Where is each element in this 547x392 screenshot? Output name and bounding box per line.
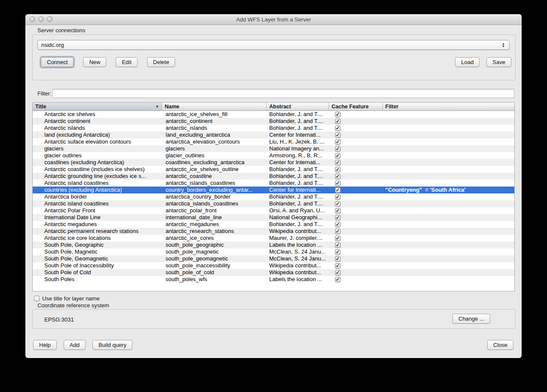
cell-name: south_pole_geomagnetic [162, 255, 267, 262]
delete-button[interactable]: Delete [147, 57, 175, 67]
cache-feature-checkbox[interactable]: ✓ [335, 277, 341, 282]
save-button[interactable]: Save [486, 57, 511, 67]
cache-feature-checkbox[interactable]: ✓ [335, 126, 341, 131]
cell-abstract: Orsi, A. and Ryan, U... [267, 207, 329, 214]
table-row[interactable]: Antarctic island coastlinesantarctica_is… [33, 200, 514, 207]
cell-name: antarctic_ice_shelves_outline [162, 166, 267, 173]
table-row[interactable]: South Pole, Geomagneticsouth_pole_geomag… [33, 255, 514, 262]
cell-cache-feature: ✓ [329, 207, 383, 214]
column-header-filter[interactable]: Filter [383, 103, 514, 110]
crs-group-label: Coordinate reference system [37, 302, 109, 309]
cell-abstract: Bohlander, J. and T.... [267, 173, 329, 180]
cache-feature-checkbox[interactable]: ✓ [335, 256, 341, 262]
column-header-abstract[interactable]: Abstract [267, 103, 329, 110]
add-button[interactable]: Add [64, 340, 86, 350]
cell-title: countries (excluding Antarctica) [33, 187, 162, 193]
table-row[interactable]: South Pole of Inaccessibilitysouth_pole_… [33, 262, 514, 269]
table-row[interactable]: glaciersglaciersNational Imagery an...✓ [33, 145, 514, 152]
cache-feature-checkbox[interactable]: ✓ [335, 236, 341, 241]
title-bar[interactable]: Add WFS Layer from a Server [25, 14, 522, 25]
cache-feature-checkbox[interactable]: ✓ [335, 249, 341, 255]
cache-feature-checkbox[interactable]: ✓ [335, 201, 341, 207]
build-query-button[interactable]: Build query [92, 340, 132, 350]
cell-title: glaciers [33, 145, 162, 152]
cache-feature-checkbox[interactable]: ✓ [335, 229, 341, 234]
table-row[interactable]: Antarctic ice shelvesantarctic_ice_shelv… [33, 111, 514, 118]
connect-button[interactable]: Connect [41, 57, 74, 67]
column-header-cache-feature[interactable]: Cache Feature [329, 103, 383, 110]
table-row[interactable]: Antarctic grounding line (excludes ice s… [33, 173, 514, 180]
filter-input[interactable] [52, 89, 514, 98]
use-title-checkbox[interactable] [34, 296, 40, 301]
cache-feature-checkbox[interactable]: ✓ [335, 187, 341, 193]
table-row[interactable]: Antarctic island coastlinesantarctic_isl… [33, 180, 514, 187]
cell-abstract: Maurer, J. compiler.... [267, 235, 329, 242]
close-button[interactable]: Close [487, 340, 513, 350]
cell-abstract: McClean, S. 24 Janu... [267, 248, 329, 255]
table-row[interactable]: Antarctic continentantarctic_continentBo… [33, 118, 514, 125]
table-row[interactable]: Antarctic megadunesantarctic_megadunesBo… [33, 221, 514, 228]
cell-cache-feature: ✓ [329, 200, 383, 207]
column-header-title[interactable]: Title ▼ [33, 103, 162, 110]
table-row[interactable]: land (excluding Antarctica)land_excludin… [33, 132, 514, 138]
change-crs-button[interactable]: Change ... [452, 314, 490, 324]
cache-feature-checkbox[interactable]: ✓ [335, 167, 341, 172]
server-select-dropdown[interactable]: nsidc.org ▲▼ [37, 40, 510, 50]
cell-name: antarctica_islands_coastlines [162, 200, 267, 207]
cell-title: Antarctic continent [33, 118, 162, 125]
table-row[interactable]: Antarctic suface elevation contoursantar… [33, 138, 514, 145]
cell-cache-feature: ✓ [329, 187, 383, 193]
cache-feature-checkbox[interactable]: ✓ [335, 112, 341, 117]
table-row[interactable]: Antarctic islandsantarctic_islandsBohlan… [33, 125, 514, 132]
minimize-window-icon[interactable] [38, 16, 44, 22]
cache-feature-checkbox[interactable]: ✓ [335, 132, 341, 138]
edit-button[interactable]: Edit [116, 57, 137, 67]
cell-filter [383, 152, 514, 159]
cache-feature-checkbox[interactable]: ✓ [335, 208, 341, 214]
cell-abstract: Labels the location ... [267, 242, 329, 248]
cache-feature-checkbox[interactable]: ✓ [335, 263, 341, 269]
cell-filter [383, 276, 514, 283]
cell-abstract: Labels the location ... [267, 276, 329, 283]
table-row[interactable]: South Pole, Geographicsouth_pole_geograp… [33, 242, 514, 248]
table-row[interactable]: South Pole, Magneticsouth_pole_magneticM… [33, 248, 514, 255]
cache-feature-checkbox[interactable]: ✓ [335, 222, 341, 227]
table-row[interactable]: Antarctica borderantarctica_country_bord… [33, 193, 514, 200]
cell-filter [383, 111, 514, 118]
cell-filter [383, 262, 514, 269]
cache-feature-checkbox[interactable]: ✓ [335, 160, 341, 165]
cache-feature-checkbox[interactable]: ✓ [335, 270, 341, 276]
cell-cache-feature: ✓ [329, 248, 383, 255]
zoom-window-icon[interactable] [47, 16, 52, 22]
cell-abstract: National Geographi... [267, 214, 329, 221]
table-row[interactable]: Antarctic permanent research stationsant… [33, 228, 514, 235]
new-button[interactable]: New [83, 57, 106, 67]
table-row[interactable]: South Polessouth_poles_wfsLabels the loc… [33, 276, 514, 283]
cache-feature-checkbox[interactable]: ✓ [335, 153, 341, 159]
cache-feature-checkbox[interactable]: ✓ [335, 146, 341, 152]
load-button[interactable]: Load [455, 57, 479, 67]
table-row[interactable]: South Pole of Coldsouth_pole_of_coldWiki… [33, 269, 514, 276]
close-window-icon[interactable] [30, 16, 35, 22]
table-row[interactable]: glacier outlinesglacier_outlinesArmstron… [33, 152, 514, 159]
table-row[interactable]: coastlines (excluding Antarctica)coastli… [33, 159, 514, 166]
layers-table: Title ▼ Name Abstract Cache Feature Filt… [32, 102, 515, 291]
cell-abstract: McClean, S. 24 Janu... [267, 255, 329, 262]
cell-title: Antarctic suface elevation contours [33, 138, 162, 145]
cache-feature-checkbox[interactable]: ✓ [335, 215, 341, 220]
table-row[interactable]: countries (excluding Antarctica)country_… [33, 187, 514, 193]
cache-feature-checkbox[interactable]: ✓ [335, 139, 341, 145]
table-row[interactable]: Antarctic coastline (includes ice shelve… [33, 166, 514, 173]
cell-name: antarctic_coastline [162, 173, 267, 180]
cache-feature-checkbox[interactable]: ✓ [335, 181, 341, 186]
help-button[interactable]: Help [33, 340, 57, 350]
cache-feature-checkbox[interactable]: ✓ [335, 242, 341, 248]
cache-feature-checkbox[interactable]: ✓ [335, 119, 341, 124]
cell-abstract: Wikipedia contribut... [267, 228, 329, 235]
table-row[interactable]: Antarctic Polar Frontantarctic_polar_fro… [33, 207, 514, 214]
column-header-name[interactable]: Name [162, 103, 267, 110]
cache-feature-checkbox[interactable]: ✓ [335, 174, 341, 179]
cache-feature-checkbox[interactable]: ✓ [335, 194, 341, 200]
table-row[interactable]: Antarctic ice core locationsantarctic_ic… [33, 235, 514, 242]
table-row[interactable]: International Date Lineinternational_dat… [33, 214, 514, 221]
